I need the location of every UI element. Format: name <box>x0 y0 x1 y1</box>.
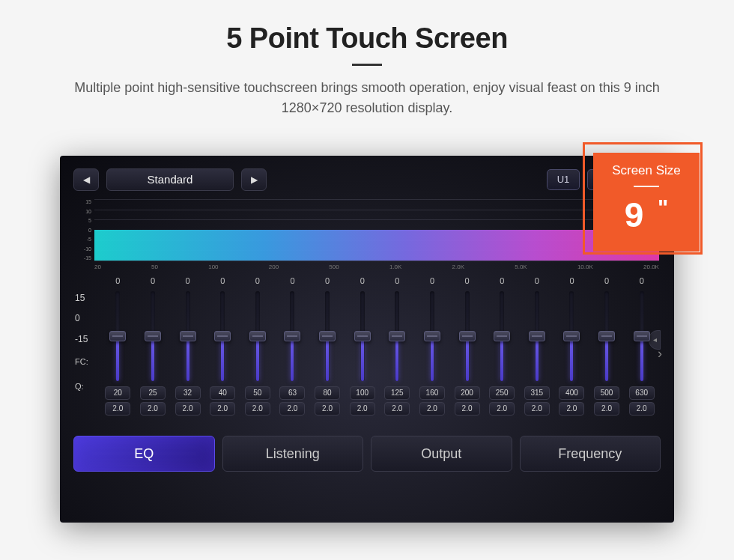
eq-q-value[interactable]: 2.0 <box>489 402 515 416</box>
eq-slider-thumb[interactable] <box>389 331 405 341</box>
eq-band-400: 04002.0 <box>554 276 589 430</box>
eq-next-page-button[interactable]: › <box>658 345 662 361</box>
eq-fc-value[interactable]: 20 <box>105 386 130 400</box>
eq-q-value[interactable]: 2.0 <box>455 402 480 416</box>
eq-slider[interactable] <box>569 291 574 381</box>
eq-slider-thumb[interactable] <box>598 331 615 341</box>
eq-band-value: 0 <box>604 276 609 288</box>
eq-slider-thumb[interactable] <box>145 331 161 341</box>
eq-band-value: 0 <box>535 276 539 288</box>
user-preset-u1-button[interactable]: U1 <box>547 169 580 190</box>
eq-slider[interactable] <box>535 291 539 381</box>
eq-band-value: 0 <box>395 276 399 288</box>
eq-fc-value[interactable]: 160 <box>419 386 445 400</box>
eq-slider[interactable] <box>151 291 155 381</box>
eq-fc-value[interactable]: 100 <box>350 386 375 400</box>
eq-slider-thumb[interactable] <box>249 331 266 341</box>
eq-slider-thumb[interactable] <box>214 331 231 341</box>
tab-output[interactable]: Output <box>371 436 512 472</box>
eq-y-label: -15 <box>75 334 100 344</box>
eq-slider[interactable] <box>500 291 504 381</box>
eq-band-value: 0 <box>640 276 644 288</box>
eq-q-value[interactable]: 2.0 <box>419 402 445 416</box>
eq-band-value: 0 <box>360 276 365 288</box>
eq-fc-value[interactable]: 40 <box>210 386 235 400</box>
tab-frequency[interactable]: Frequency <box>520 436 661 472</box>
spectrum-y-tick: -10 <box>75 246 91 252</box>
eq-fc-value[interactable]: 32 <box>175 386 201 400</box>
eq-slider-thumb[interactable] <box>459 331 476 341</box>
device-screen: ◀ Standard ▶ U1 U2 U3 15 10 5 0 -5 -10 -… <box>60 156 674 523</box>
eq-slider-thumb[interactable] <box>494 331 510 341</box>
eq-q-value[interactable]: 2.0 <box>140 402 166 416</box>
eq-slider[interactable] <box>325 291 330 381</box>
eq-band-40: 0402.0 <box>205 276 240 430</box>
spectrum-x-tick: 2.0K <box>452 264 464 270</box>
eq-slider-thumb[interactable] <box>424 331 440 341</box>
eq-band-250: 02502.0 <box>485 276 520 430</box>
eq-q-value[interactable]: 2.0 <box>105 402 130 416</box>
eq-slider[interactable] <box>640 291 644 381</box>
eq-fc-value[interactable]: 25 <box>140 386 166 400</box>
q-row-label: Q: <box>75 379 100 394</box>
eq-q-value[interactable]: 2.0 <box>594 402 619 416</box>
eq-slider[interactable] <box>604 291 609 381</box>
badge-unit: " <box>658 195 668 219</box>
eq-slider[interactable] <box>430 291 434 381</box>
eq-fc-value[interactable]: 50 <box>245 386 270 400</box>
spectrum-y-tick: -15 <box>75 255 91 261</box>
eq-fc-value[interactable]: 125 <box>384 386 410 400</box>
eq-band-value: 0 <box>186 276 190 288</box>
eq-slider-thumb[interactable] <box>180 331 196 341</box>
eq-q-value[interactable]: 2.0 <box>210 402 235 416</box>
tab-listening[interactable]: Listening <box>222 436 364 472</box>
eq-band-80: 0802.0 <box>310 276 345 430</box>
eq-slider[interactable] <box>220 291 225 381</box>
eq-fc-value[interactable]: 500 <box>594 386 619 400</box>
eq-slider-thumb[interactable] <box>354 331 371 341</box>
eq-band-value: 0 <box>151 276 155 288</box>
eq-slider-thumb[interactable] <box>284 331 300 341</box>
eq-slider[interactable] <box>465 291 470 381</box>
spectrum-y-tick: 5 <box>75 218 91 223</box>
eq-slider-thumb[interactable] <box>563 331 580 341</box>
eq-slider[interactable] <box>290 291 294 381</box>
eq-band-value: 0 <box>465 276 470 288</box>
eq-fc-value[interactable]: 250 <box>489 386 515 400</box>
eq-fc-value[interactable]: 630 <box>629 386 655 400</box>
eq-band-63: 0632.0 <box>275 276 310 430</box>
eq-q-value[interactable]: 2.0 <box>315 402 340 416</box>
eq-q-value[interactable]: 2.0 <box>245 402 270 416</box>
eq-band-125: 01252.0 <box>380 276 415 430</box>
eq-q-value[interactable]: 2.0 <box>384 402 410 416</box>
eq-slider-thumb[interactable] <box>109 331 126 341</box>
eq-fc-value[interactable]: 400 <box>559 386 584 400</box>
preset-next-button[interactable]: ▶ <box>241 168 267 191</box>
eq-q-value[interactable]: 2.0 <box>279 402 305 416</box>
eq-slider[interactable] <box>255 291 260 381</box>
eq-slider[interactable] <box>360 291 365 381</box>
tab-eq[interactable]: EQ <box>73 436 215 472</box>
eq-q-value[interactable]: 2.0 <box>629 402 655 416</box>
spectrum-fill <box>94 230 659 261</box>
eq-fc-value[interactable]: 315 <box>524 386 550 400</box>
eq-slider[interactable] <box>115 291 120 381</box>
eq-q-value[interactable]: 2.0 <box>175 402 201 416</box>
eq-q-value[interactable]: 2.0 <box>350 402 375 416</box>
eq-band-value: 0 <box>325 276 330 288</box>
eq-slider[interactable] <box>395 291 399 381</box>
eq-fc-value[interactable]: 80 <box>315 386 340 400</box>
eq-slider-thumb[interactable] <box>319 331 336 341</box>
eq-slider[interactable] <box>186 291 190 381</box>
eq-slider-thumb[interactable] <box>529 331 545 341</box>
eq-fc-value[interactable]: 200 <box>455 386 480 400</box>
eq-band-315: 03152.0 <box>520 276 555 430</box>
eq-q-value[interactable]: 2.0 <box>559 402 584 416</box>
eq-band-50: 0502.0 <box>240 276 276 430</box>
spectrum-y-tick: 10 <box>75 209 91 214</box>
preset-name[interactable]: Standard <box>106 168 234 191</box>
eq-slider-thumb[interactable] <box>634 331 650 341</box>
eq-q-value[interactable]: 2.0 <box>524 402 550 416</box>
eq-fc-value[interactable]: 63 <box>279 386 305 400</box>
preset-prev-button[interactable]: ◀ <box>73 168 99 191</box>
